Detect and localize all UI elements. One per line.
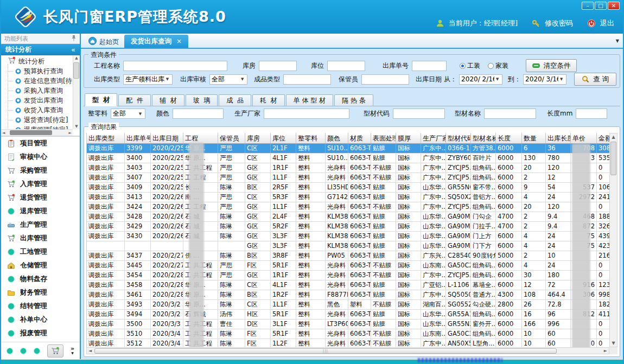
whole-part-select[interactable]: 全部▼ [111, 108, 145, 119]
sidebar-item-11[interactable]: 财务管理 [1, 286, 80, 299]
close-button[interactable]: ✕ [608, 2, 620, 10]
dot-icon[interactable] [20, 348, 27, 354]
search-button[interactable]: 查 询 [574, 73, 616, 86]
table-row-1[interactable]: 调拨出库34002020/2/25华 原...严思C区4L1F整料SU10...… [87, 154, 609, 163]
tree-item-4[interactable]: 收货入库查询 [1, 105, 73, 115]
sidebar-item-12[interactable]: 结转管理 [1, 299, 80, 313]
column-header-19[interactable]: 金额 [597, 133, 609, 143]
table-hscroll-thumb[interactable]: ||| [94, 348, 557, 354]
table-row-20[interactable]: 调拨出库35122020/3/4工 共工程陈琳F区1L2F整料光身料6063-T… [87, 339, 609, 347]
cart-toolbar-button[interactable] [47, 344, 63, 357]
sidebar-item-10[interactable]: 物料盘存 [1, 272, 80, 286]
tree-scroll-thumb[interactable] [73, 62, 79, 79]
table-row-18[interactable]: 调拨出库35002020/3/3工 共工程曹佳D区3L1F整料LT3P60606… [87, 320, 609, 329]
sidebar-item-7[interactable]: 出库管理 [1, 232, 80, 245]
color-input[interactable] [173, 108, 224, 119]
table-row-19[interactable]: 调拨出库35102020/3/4工 共工程陈琳F区5R1F整料光身料6063-T… [87, 329, 609, 339]
dot-icon[interactable] [7, 348, 13, 354]
sidebar-item-14[interactable]: 报废管理 [1, 327, 80, 340]
table-vscroll-thumb[interactable] [610, 142, 616, 175]
tree-item-6[interactable]: 退库管理[待定] [1, 125, 73, 129]
tab-shipment-query[interactable]: 发货出库查询 × [124, 35, 188, 48]
material-tab-7[interactable]: 隔 热 条 [334, 94, 373, 106]
warehouse-input[interactable] [259, 61, 297, 71]
table-row-14[interactable]: 调拨出库34582020/2/28华 原...陈琳C区4L1F整料光身料6063… [87, 280, 609, 290]
project-name-input[interactable] [123, 61, 227, 71]
column-header-9[interactable]: 材质 [348, 133, 371, 143]
radio-gongzhuang[interactable]: 工装 [460, 61, 480, 71]
column-header-11[interactable]: 膜厚 [396, 133, 421, 143]
sidebar-item-0[interactable]: 项目管理 [1, 137, 80, 150]
material-tab-0[interactable]: 型 材 [85, 93, 117, 106]
sidebar-item-4[interactable]: 退货管理 [1, 191, 80, 205]
table-row-13[interactable]: 调拨出库34542020/2/28工 共工程严思G区1R1F整料光身料6063-… [87, 271, 609, 280]
tree-item-5[interactable]: 退货查询[待定] [1, 115, 73, 125]
table-row-4[interactable]: 调拨出库34092020/2/25长 ...陈琳B区2R5F整料LI35HD60… [87, 183, 609, 193]
table-row-5[interactable]: 调拨出库34132020/2/26南 ...严思C区5R3F整料G7142260… [87, 193, 609, 202]
column-header-18[interactable]: 单价 [571, 133, 597, 143]
column-header-2[interactable]: 出库日期 [151, 133, 183, 143]
collapse-icon[interactable]: « [71, 46, 75, 54]
sidebar-item-5[interactable]: 退库管理 [1, 205, 80, 218]
sidebar-item-13[interactable]: 补单中心 [1, 313, 80, 327]
date-to-picker[interactable]: 2020/ 3/16▼ [523, 74, 566, 85]
tree-item-0[interactable]: 预算执行查询 [1, 66, 73, 76]
sidebar-item-1[interactable]: 审核中心 [1, 150, 80, 164]
column-header-14[interactable]: 型材名称 [471, 133, 496, 143]
change-password-link[interactable]: 修改密码 [545, 18, 573, 28]
column-header-13[interactable]: 型材代码 [446, 133, 471, 143]
order-no-input[interactable] [412, 61, 447, 71]
radio-jiazhuang[interactable]: 家装 [488, 61, 508, 71]
tab-home[interactable]: 起始页 [83, 36, 124, 48]
table-row-2[interactable]: 调拨出库34032020/2/25工 共工程严思G区1R1F整料光身料6063-… [87, 163, 609, 173]
table-row-9[interactable]: 调拨出库34302020/2/26石 城陈琳G区3L3F整料KLM3817606… [87, 232, 609, 241]
table-row-10[interactable]: G区3L3F整料KLM38176063-T5贴膜国标山东华...GA90M09.… [87, 241, 609, 251]
column-header-17[interactable]: 出库长度 [546, 133, 571, 143]
profile-code-input[interactable] [393, 108, 445, 119]
maximize-button[interactable]: □ [595, 2, 607, 10]
sidebar-section-statistics[interactable]: 统计分析 « [1, 44, 80, 55]
table-row-0[interactable]: 调拨出库33992020/2/25华 原...严思C区2L1F整料SU10...… [87, 144, 609, 154]
material-tab-6[interactable]: 单 体 型 材 [286, 94, 333, 106]
column-header-4[interactable]: 保管员 [218, 133, 245, 143]
sidebar-item-6[interactable]: 生产管理 [1, 218, 80, 232]
table-row-3[interactable]: 调拨出库34072020/2/25工 工程严思G区1L1F整料光身料6063-T… [87, 173, 609, 183]
logout-link[interactable]: 退出 [600, 18, 614, 28]
overflow-chevron[interactable]: »▼ [71, 347, 74, 355]
clear-conditions-button[interactable]: 清空条件 [526, 59, 577, 72]
table-row-7[interactable]: 调拨出库34282020/2/26石 城陈琳G区2L4F整料KLM3817606… [87, 212, 609, 222]
tree-root-statistics[interactable]: 统计分析 [1, 56, 73, 66]
table-row-16[interactable]: 调拨出库34932020/3/2华 原...陈琳C区1L1F整料黑色塑料不贴膜国… [87, 300, 609, 310]
table-row-12[interactable]: 调拨出库34452020/2/27工 共工程严思F区5R1F整料光身料6063-… [87, 261, 609, 271]
sidebar-item-3[interactable]: 入库管理 [1, 177, 80, 191]
column-header-8[interactable]: 颜色 [326, 133, 348, 143]
column-header-16[interactable]: 数量 [522, 133, 546, 143]
tab-overflow-icon[interactable]: ▼ [616, 39, 619, 43]
tree-item-3[interactable]: 发货出库查询 [1, 95, 73, 105]
sidebar-item-2[interactable]: 采购管理 [1, 164, 80, 177]
product-type-input[interactable] [283, 74, 331, 85]
column-header-15[interactable]: 长度 [496, 133, 522, 143]
material-tab-3[interactable]: 玻 璃 [186, 94, 218, 106]
tree-hscroll-thumb[interactable] [10, 130, 52, 135]
outbound-type-select[interactable]: 生产领料出库▼ [123, 74, 173, 85]
tab-close-icon[interactable]: × [176, 37, 182, 45]
material-tab-4[interactable]: 成 品 [219, 94, 251, 106]
tree-item-1[interactable]: 在途信息查询[待 [1, 76, 73, 86]
dot-icon[interactable] [34, 348, 40, 354]
column-header-5[interactable]: 库房 [245, 133, 271, 143]
location-input[interactable] [327, 61, 365, 71]
material-tab-2[interactable]: 辅 材 [152, 94, 184, 106]
column-header-1[interactable]: 出库单号 [125, 133, 151, 143]
profile-name-input[interactable] [484, 108, 536, 119]
column-header-3[interactable]: 工程 [183, 133, 218, 143]
material-tab-5[interactable]: 耗 材 [252, 94, 285, 106]
column-header-12[interactable]: 生产厂家 [421, 133, 446, 143]
minimize-button[interactable]: – [582, 2, 594, 10]
tree-item-2[interactable]: 采购入库查询 [1, 86, 73, 95]
audit-select[interactable]: 全部▼ [209, 74, 247, 85]
column-header-0[interactable]: 出库类型 [87, 133, 125, 143]
table-row-6[interactable]: 调拨出库34242020/2/26工 工程严思G区1L1F整料光身料6063-T… [87, 202, 609, 212]
table-row-8[interactable]: 调拨出库34292020/2/26石 城陈琳G区5R2F整料KLM3817606… [87, 222, 609, 232]
factory-input[interactable] [264, 108, 349, 119]
